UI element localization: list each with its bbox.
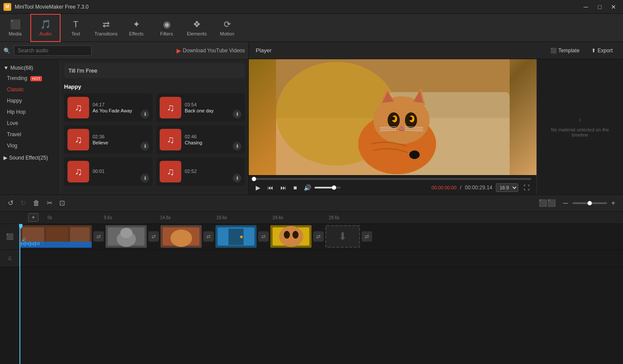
sidebar-sound-effects[interactable]: ▶ Sound Effect(25)	[0, 153, 60, 163]
redo-button[interactable]: ↻	[18, 197, 29, 209]
toolbar-audio[interactable]: 🎵 Audio	[30, 14, 61, 42]
fullscreen-button[interactable]: ⛶	[522, 183, 531, 192]
track2-download[interactable]: ⬇	[233, 110, 241, 118]
transition-4[interactable]: ⇄	[258, 231, 269, 242]
music-grid: ♫ 04:17 As You Fade Away ⬇	[64, 93, 245, 186]
transition-3[interactable]: ⇄	[203, 231, 214, 242]
crop-button[interactable]: ⊡	[57, 197, 67, 209]
next-frame-button[interactable]: ⏭	[279, 183, 288, 192]
split-view-button[interactable]: ⬛⬛	[536, 197, 559, 209]
play-button[interactable]: ▶	[254, 183, 262, 192]
transition-1[interactable]: ⇄	[93, 231, 104, 242]
track6-download[interactable]: ⬇	[233, 174, 241, 182]
svg-point-52	[240, 236, 243, 238]
sidebar-item-classic[interactable]: Classic	[0, 84, 60, 95]
transition-2[interactable]: ⇄	[148, 231, 159, 242]
volume-slider[interactable]	[315, 187, 340, 188]
app-icon: M	[3, 3, 11, 11]
featured-track[interactable]: Till I'm Free	[64, 63, 245, 78]
transition-6[interactable]: ⇄	[362, 231, 372, 242]
cut-icon: ✂	[47, 199, 52, 207]
ruler-mark-2: 14.6s	[160, 215, 170, 220]
timeline: + 0s 9.6s 14.6s 19.6s 24.6s 29.6s ⬛	[0, 212, 623, 364]
track5-download[interactable]: ⬇	[141, 174, 149, 182]
video-clip-1[interactable]: 🔊	[20, 225, 92, 248]
zoom-out-button[interactable]: ─	[560, 198, 570, 209]
toolbar-text[interactable]: T Text	[61, 14, 91, 42]
track3-thumb: ♫	[67, 129, 89, 150]
video-clip-4[interactable]	[215, 225, 257, 248]
delete-button[interactable]: 🗑	[30, 198, 42, 209]
music-track-6[interactable]: ♫ 02:52 ⬇	[156, 157, 245, 186]
video-track-label: ⬛	[0, 224, 19, 249]
filters-icon: ◉	[163, 19, 170, 29]
toolbar-filters[interactable]: ◉ Filters	[151, 14, 182, 42]
yt-icon: ▶	[177, 47, 181, 54]
add-track-button[interactable]: +	[28, 213, 39, 222]
toolbar-transitions[interactable]: ⇄ Transitions	[91, 14, 121, 42]
sidebar-item-hiphop[interactable]: Hip Hop	[0, 106, 60, 118]
sidebar-item-happy[interactable]: Happy	[0, 95, 60, 106]
music-note-icon-2: ♫	[167, 102, 174, 114]
svg-point-56	[284, 231, 290, 239]
happy-section-heading: Happy	[64, 82, 245, 93]
export-button[interactable]: ⬆ Export	[588, 46, 616, 55]
progress-bar[interactable]	[254, 178, 531, 180]
progress-thumb	[252, 177, 256, 181]
sidebar-item-travel[interactable]: Travel	[0, 129, 60, 140]
music-track-5[interactable]: ♫ 00:01 ⬇	[64, 157, 153, 186]
close-button[interactable]: ✕	[607, 2, 620, 12]
clip5-thumbnail	[270, 225, 312, 248]
toolbar-elements[interactable]: ❖ Elements	[182, 14, 212, 42]
sidebar-item-vlog[interactable]: Vlog	[0, 140, 60, 151]
toolbar-motion[interactable]: ⟳ Motion	[212, 14, 242, 42]
stop-button[interactable]: ■	[292, 183, 299, 192]
chevron-right-icon: ▶	[3, 155, 7, 161]
film-icon: ⬛	[6, 233, 13, 240]
featured-track-title: Till I'm Free	[68, 67, 97, 74]
cut-button[interactable]: ✂	[44, 197, 55, 209]
template-button[interactable]: ⬛ Template	[547, 46, 583, 55]
text-label: Text	[71, 31, 80, 36]
toolbar-effects[interactable]: ✦ Effects	[121, 14, 151, 42]
add-clip-button[interactable]: ⬇	[325, 225, 360, 248]
sidebar-item-love[interactable]: Love	[0, 118, 60, 129]
track4-download[interactable]: ⬇	[233, 142, 241, 150]
zoom-in-button[interactable]: +	[609, 198, 618, 209]
track3-duration: 02:36	[93, 134, 149, 139]
music-track-1[interactable]: ♫ 04:17 As You Fade Away ⬇	[64, 93, 153, 122]
volume-button[interactable]: 🔊	[302, 183, 313, 192]
music-track-icon: ♫	[7, 255, 12, 262]
sidebar-item-trending[interactable]: Trending HOT	[0, 73, 60, 84]
sidebar-music-section[interactable]: ▼ Music(68)	[0, 63, 60, 73]
right-panel: Player ⬛ Template ⬆ Export	[249, 42, 623, 195]
volume-fill	[315, 187, 334, 188]
ruler-marks: 0s 9.6s 14.6s 19.6s 24.6s 29.6s	[48, 212, 623, 224]
music-track-2[interactable]: ♫ 03:54 Back one day ⬇	[156, 93, 245, 122]
music-track-4[interactable]: ♫ 02:46 Chasing ⬇	[156, 125, 245, 154]
aspect-ratio-select[interactable]: 16:9 9:16 1:1 4:3	[496, 183, 518, 192]
redo-icon: ↻	[20, 199, 26, 207]
video-clip-3[interactable]	[161, 225, 202, 248]
audio-icon: 🎵	[40, 19, 51, 29]
track4-duration: 02:46	[185, 134, 241, 139]
track1-download[interactable]: ⬇	[141, 110, 149, 118]
toolbar-media[interactable]: ⬛ Media	[0, 14, 30, 42]
sidebar: ▼ Music(68) Trending HOT Classic Happy H…	[0, 60, 61, 195]
music-track-3[interactable]: ♫ 02:36 Believe ⬇	[64, 125, 153, 154]
music-note-icon-4: ♫	[167, 134, 174, 146]
video-clip-5[interactable]	[270, 225, 312, 248]
minimize-button[interactable]: ─	[580, 2, 592, 12]
yt-download-btn[interactable]: ▶ Download YouTube Videos	[177, 47, 245, 54]
prev-frame-button[interactable]: ⏮	[266, 183, 275, 192]
search-input[interactable]	[14, 45, 92, 56]
maximize-button[interactable]: □	[594, 2, 606, 12]
transition-5[interactable]: ⇄	[313, 231, 324, 242]
svg-rect-33	[26, 243, 27, 245]
track3-download[interactable]: ⬇	[141, 142, 149, 150]
video-clip-2[interactable]	[106, 225, 147, 248]
undo-button[interactable]: ↺	[5, 197, 16, 209]
music-section-label: Music(68)	[10, 65, 33, 71]
toolbar: ⬛ Media 🎵 Audio T Text ⇄ Transitions ✦ E…	[0, 14, 623, 42]
zoom-slider[interactable]	[572, 202, 607, 204]
